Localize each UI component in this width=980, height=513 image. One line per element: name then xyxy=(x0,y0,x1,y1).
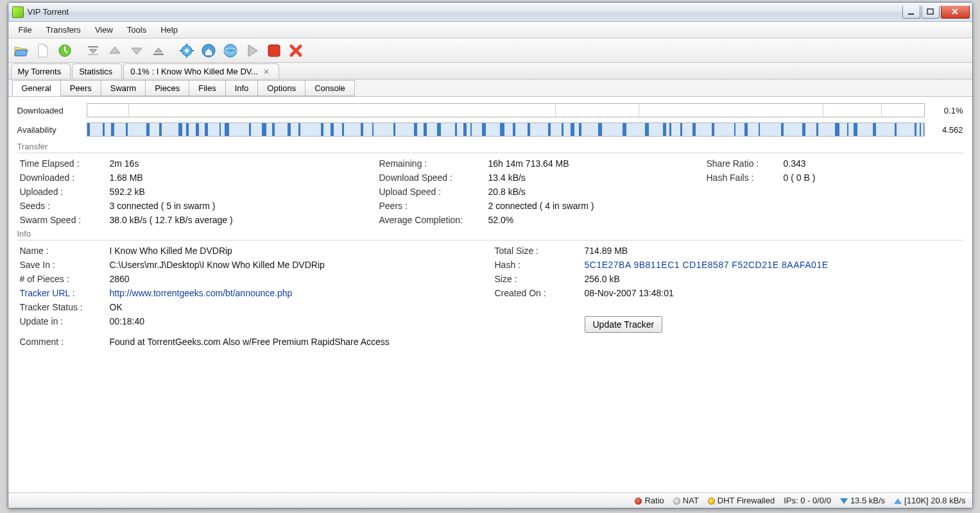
home-icon[interactable] xyxy=(200,42,218,60)
play-icon[interactable] xyxy=(243,42,261,60)
detail-tabs: General Peers Swarm Pieces Files Info Op… xyxy=(8,80,972,97)
piece-size-label: Size : xyxy=(495,274,585,284)
primary-tabs: My Torrents Statistics 0.1% : I Know Who… xyxy=(8,63,972,80)
swarm-speed-value: 38.0 kB/s ( 12.7 kB/s average ) xyxy=(110,215,379,225)
statusbar: Ratio NAT DHT Firewalled IPs: 0 - 0/0/0 … xyxy=(8,492,972,508)
downloaded-amount-value: 1.68 MB xyxy=(110,172,379,183)
svg-rect-3 xyxy=(88,46,98,47)
new-icon[interactable] xyxy=(34,42,52,60)
tracker-url-label: Tracker URL : xyxy=(20,288,110,298)
hash-fails-label: Hash Fails : xyxy=(707,172,784,183)
share-ratio-value: 0.343 xyxy=(784,158,886,169)
uploaded-label: Uploaded : xyxy=(20,187,110,197)
menu-view[interactable]: View xyxy=(89,24,119,36)
subtab-general[interactable]: General xyxy=(12,80,61,96)
total-size-value: 714.89 MB xyxy=(585,246,893,256)
menu-transfers[interactable]: Transfers xyxy=(39,24,87,36)
downloaded-label: Downloaded xyxy=(17,106,87,115)
tab-close-icon[interactable]: ✕ xyxy=(263,67,270,76)
peers-value: 2 connected ( 4 in swarm ) xyxy=(488,201,707,211)
tab-torrent-detail[interactable]: 0.1% : I Know Who Killed Me DV...✕ xyxy=(123,63,279,79)
stop-icon[interactable] xyxy=(265,42,283,60)
piece-size-value: 256.0 kB xyxy=(585,274,893,284)
hash-fails-value: 0 ( 0 B ) xyxy=(784,172,886,183)
downloaded-amount-label: Downloaded : xyxy=(20,172,110,183)
info-grid: Name :I Know Who Killed Me DVDRip Total … xyxy=(17,246,963,347)
transfer-group-title: Transfer xyxy=(17,142,963,153)
svg-rect-0 xyxy=(908,13,914,15)
subtab-peers[interactable]: Peers xyxy=(60,80,101,96)
svg-rect-1 xyxy=(927,9,933,14)
svg-rect-4 xyxy=(153,54,164,55)
update-in-label: Update in : xyxy=(20,316,110,333)
availability-bar xyxy=(87,122,925,137)
toolbar xyxy=(8,38,972,63)
remaining-label: Remaining : xyxy=(379,158,488,169)
menu-tools[interactable]: Tools xyxy=(121,24,153,36)
globe-icon[interactable] xyxy=(221,42,239,60)
status-ratio: Ratio xyxy=(635,496,664,505)
share-ratio-label: Share Ratio : xyxy=(707,158,784,169)
down-arrow-icon xyxy=(840,498,848,504)
pieces-value: 2860 xyxy=(110,274,495,284)
subtab-pieces[interactable]: Pieces xyxy=(145,80,189,96)
delete-icon[interactable] xyxy=(287,42,305,60)
svg-rect-14 xyxy=(268,45,280,56)
up-arrow-icon xyxy=(894,498,902,504)
subtab-options[interactable]: Options xyxy=(257,80,305,96)
update-tracker-button[interactable]: Update Tracker xyxy=(585,316,663,333)
url-icon[interactable] xyxy=(56,42,74,60)
window-title: VIP Torrent xyxy=(28,7,902,17)
queue-top-icon[interactable] xyxy=(84,42,102,60)
minimize-button[interactable] xyxy=(902,6,920,19)
tab-my-torrents[interactable]: My Torrents xyxy=(11,63,71,79)
status-down-speed: 13.5 kB/s xyxy=(840,496,885,505)
hash-label: Hash : xyxy=(495,260,585,270)
ratio-dot-icon xyxy=(635,498,642,505)
status-dht: DHT Firewalled xyxy=(708,496,775,505)
comment-label: Comment : xyxy=(20,337,110,347)
menu-help[interactable]: Help xyxy=(154,24,184,36)
save-in-label: Save In : xyxy=(20,260,110,270)
status-up-speed: [110K] 20.8 kB/s xyxy=(894,496,965,505)
svg-point-6 xyxy=(185,49,189,53)
subtab-console[interactable]: Console xyxy=(305,80,355,96)
close-button[interactable]: ✕ xyxy=(941,6,970,19)
settings-icon[interactable] xyxy=(178,42,196,60)
info-group-title: Info xyxy=(17,229,963,240)
downloaded-row: Downloaded 0.1% xyxy=(17,103,963,117)
subtab-info[interactable]: Info xyxy=(225,80,259,96)
tab-statistics[interactable]: Statistics xyxy=(72,63,122,79)
open-icon[interactable] xyxy=(12,42,30,60)
comment-value: Found at TorrentGeeks.com Also w/Free Pr… xyxy=(110,337,893,347)
seeds-label: Seeds : xyxy=(20,201,110,211)
queue-bottom-icon[interactable] xyxy=(150,42,168,60)
name-value: I Know Who Killed Me DVDRip xyxy=(110,246,495,256)
downloaded-bar xyxy=(87,103,925,117)
maximize-button[interactable] xyxy=(922,6,940,19)
upload-speed-label: Upload Speed : xyxy=(379,187,488,197)
swarm-speed-label: Swarm Speed : xyxy=(20,215,110,225)
time-elapsed-value: 2m 16s xyxy=(110,158,379,169)
subtab-swarm[interactable]: Swarm xyxy=(101,80,146,96)
tab-label: 0.1% : I Know Who Killed Me DV... xyxy=(130,67,258,76)
pieces-label: # of Pieces : xyxy=(20,274,110,284)
uploaded-value: 592.2 kB xyxy=(110,187,379,197)
tab-label: Statistics xyxy=(79,67,112,76)
remaining-value: 16h 14m 713.64 MB xyxy=(488,158,707,169)
tracker-url-value[interactable]: http://www.torrentgeeks.com/bt/announce.… xyxy=(110,288,495,298)
queue-up-icon[interactable] xyxy=(106,42,124,60)
app-window: VIP Torrent ✕ File Transfers View Tools … xyxy=(8,2,973,509)
queue-down-icon[interactable] xyxy=(128,42,146,60)
window-controls: ✕ xyxy=(902,6,970,19)
status-ips: IPs: 0 - 0/0/0 xyxy=(784,496,831,505)
name-label: Name : xyxy=(20,246,110,256)
save-in-value: C:\Users\mr.J\Desktop\I Know Who Killed … xyxy=(110,260,495,270)
tracker-status-label: Tracker Status : xyxy=(20,302,110,312)
download-speed-label: Download Speed : xyxy=(379,172,488,183)
menu-file[interactable]: File xyxy=(12,24,39,36)
nat-dot-icon xyxy=(673,498,680,505)
update-in-value: 00:18:40 xyxy=(110,316,495,333)
availability-value: 4.562 xyxy=(930,125,963,135)
subtab-files[interactable]: Files xyxy=(189,80,225,96)
